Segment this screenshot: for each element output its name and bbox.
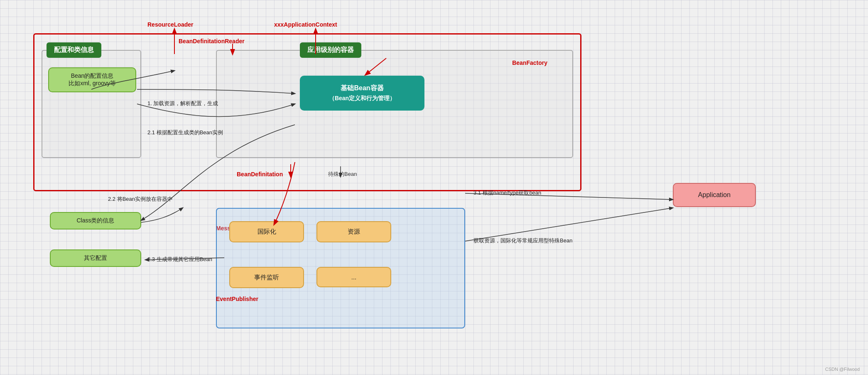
other-config-box: 其它配置 [50, 249, 141, 267]
bean-definitation-label: BeanDefinitation [237, 170, 283, 178]
config-header: 配置和类信息 [47, 42, 101, 58]
watermark: CSDN @Filwood [825, 367, 860, 372]
step1-label: 1. 加载资源，解析配置，生成 [147, 100, 218, 107]
application-box: Application [673, 183, 756, 207]
special-bean-label: 待殊的Bean [328, 170, 357, 178]
xxx-app-context-label: xxxApplicationContext [274, 21, 337, 28]
bean-factory-label: BeanFactory [512, 59, 547, 67]
event-publisher-label: EventPublisher [216, 295, 258, 303]
step21-label: 2.1 根据配置生成类的Bean实例 [147, 129, 223, 136]
step31-label: 3.1 根据name/type获取bean [473, 189, 541, 197]
core-bean-box: 基础Bean容器 （Bean定义和行为管理） [300, 76, 424, 111]
resource-loader-label: ResourceLoader [147, 21, 193, 28]
step22-label: 2.2 将Bean实例放在容器中 [108, 195, 173, 203]
resource-box: 资源 [316, 221, 391, 242]
i18n-box: 国际化 [229, 221, 304, 242]
bean-def-reader-label: BeanDefinitationReader [179, 37, 245, 45]
class-info-box: Class类的信息 [50, 212, 141, 229]
event-listener-box: 事件监听 [229, 267, 304, 288]
bean-config-box: Bean的配置信息 比如xml, groovy等 [48, 67, 136, 92]
config-gray-box: 配置和类信息 Bean的配置信息 比如xml, groovy等 [42, 50, 141, 158]
diagram-container: ResourceLoader xxxApplicationContext Bea… [25, 17, 847, 358]
app-container-gray-box: 应用级别的容器 BeanFactory 基础Bean容器 （Bean定义和行为管… [216, 50, 573, 158]
app-container-header: 应用级别的容器 [300, 42, 361, 58]
step23-label: 2.3 生成常规其它应用Bean [147, 256, 212, 263]
get-resources-label: 获取资源，国际化等常规应用型特殊Bean [473, 237, 572, 244]
blue-container: 国际化 资源 事件监听 ... [216, 208, 465, 328]
etc-box: ... [316, 267, 391, 287]
